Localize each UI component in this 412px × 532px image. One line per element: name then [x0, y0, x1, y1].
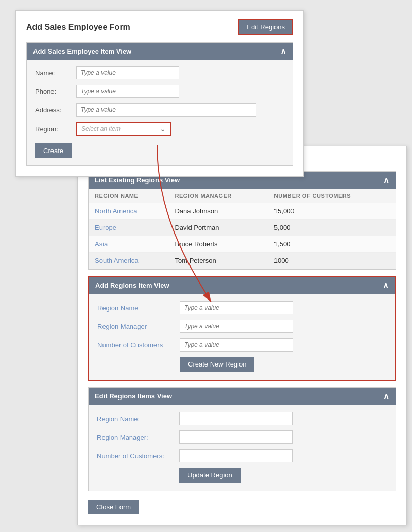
create-new-region-button[interactable]: Create New Region	[180, 357, 254, 372]
create-sales-employee-button[interactable]: Create	[35, 143, 72, 158]
col-num-customers: NUMBER OF CUSTOMERS	[268, 189, 396, 203]
close-form-button[interactable]: Close Form	[88, 500, 139, 514]
region-select-wrapper: Select an item North America Europe Asia…	[76, 122, 171, 136]
add-num-customers-input[interactable]	[180, 338, 293, 352]
edit-region-manager-label: Region Manager:	[97, 434, 179, 441]
region-manager-cell-2: David Portman	[168, 220, 267, 236]
edit-region-name-row: Region Name:	[97, 412, 387, 425]
edit-region-manager-row: Region Manager:	[97, 430, 387, 444]
add-region-name-label: Region Name	[97, 304, 180, 312]
address-row: Address:	[35, 103, 284, 117]
edit-region-form-body: Region Name: Region Manager: Number of C…	[89, 405, 396, 491]
phone-input[interactable]	[76, 85, 179, 98]
edit-regions-section-header: Edit Regions Items View ∧	[89, 388, 396, 405]
add-regions-section-header: Add Regions Item View ∧	[89, 277, 395, 294]
table-row: Europe David Portman 5,000	[89, 220, 396, 236]
edit-region-name-label: Region Name:	[97, 415, 179, 423]
sales-employee-form: Add Sales Employee Form Edit Regions Add…	[15, 10, 304, 177]
sales-form-title: Add Sales Employee Form	[26, 23, 130, 32]
edit-regions-header-label: Edit Regions Items View	[95, 392, 172, 400]
edit-num-customers-row: Number of Customers:	[97, 449, 387, 462]
col-region-name: REGION NAME	[89, 189, 168, 203]
edit-regions-button[interactable]: Edit Regions	[238, 19, 293, 35]
table-row: Asia Bruce Roberts 1,500	[89, 236, 396, 253]
regions-table: REGION NAME REGION MANAGER NUMBER OF CUS…	[89, 189, 396, 269]
address-label: Address:	[35, 106, 76, 114]
edit-region-manager-input[interactable]	[179, 430, 293, 444]
sales-form-body: Name: Phone: Address: Region:	[27, 60, 293, 165]
regions-table-header-row: REGION NAME REGION MANAGER NUMBER OF CUS…	[89, 189, 396, 203]
num-customers-cell-1: 15,000	[268, 203, 396, 220]
region-manager-cell-1: Dana Johnson	[168, 203, 267, 220]
add-region-manager-label: Region Manager	[97, 323, 180, 330]
name-label: Name:	[35, 69, 76, 77]
table-row: South America Tom Peterson 1000	[89, 253, 396, 269]
list-regions-header-label: List Existing Regions View	[95, 176, 180, 184]
update-region-button[interactable]: Update Region	[179, 468, 241, 483]
list-regions-chevron: ∧	[383, 175, 389, 185]
regions-table-head: REGION NAME REGION MANAGER NUMBER OF CUS…	[89, 189, 396, 203]
name-input[interactable]	[76, 66, 179, 79]
sales-section-chevron: ∧	[280, 46, 286, 56]
add-regions-section: Add Regions Item View ∧ Region Name Regi…	[88, 276, 396, 381]
address-input[interactable]	[76, 103, 256, 117]
region-name-cell-1: North America	[89, 203, 168, 220]
edit-region-name-input[interactable]	[179, 412, 293, 425]
sales-section-header: Add Sales Employee Item View ∧	[27, 43, 293, 60]
region-manager-cell-4: Tom Peterson	[168, 253, 267, 269]
region-row: Region: Select an item North America Eur…	[35, 122, 284, 136]
phone-row: Phone:	[35, 85, 284, 98]
sales-section-header-label: Add Sales Employee Item View	[33, 47, 131, 55]
regions-table-body: North America Dana Johnson 15,000 Europe…	[89, 203, 396, 269]
num-customers-cell-3: 1,500	[268, 236, 396, 253]
phone-label: Phone:	[35, 88, 76, 95]
add-region-name-row: Region Name	[97, 301, 387, 314]
num-customers-cell-4: 1000	[268, 253, 396, 269]
region-name-cell-2: Europe	[89, 220, 168, 236]
add-regions-header-label: Add Regions Item View	[95, 281, 169, 289]
region-select[interactable]: Select an item North America Europe Asia…	[77, 123, 170, 135]
num-customers-cell-2: 5,000	[268, 220, 396, 236]
add-regions-chevron: ∧	[383, 280, 389, 290]
edit-regions-chevron: ∧	[383, 391, 389, 401]
sales-form-header: Add Sales Employee Form Edit Regions	[26, 19, 293, 35]
col-region-manager: REGION MANAGER	[168, 189, 267, 203]
region-name-cell-4: South America	[89, 253, 168, 269]
add-num-customers-label: Number of Customers	[97, 341, 180, 349]
region-name-cell-3: Asia	[89, 236, 168, 253]
list-regions-section: List Existing Regions View ∧ REGION NAME…	[88, 171, 396, 270]
edit-num-customers-input[interactable]	[179, 449, 293, 462]
edit-num-customers-label: Number of Customers:	[97, 452, 179, 460]
add-region-form-body: Region Name Region Manager Number of Cus…	[89, 294, 395, 380]
region-manager-cell-3: Bruce Roberts	[168, 236, 267, 253]
edit-regions-section: Edit Regions Items View ∧ Region Name: R…	[88, 387, 396, 491]
add-num-customers-row: Number of Customers	[97, 338, 387, 352]
sales-employee-item-view: Add Sales Employee Item View ∧ Name: Pho…	[26, 42, 293, 166]
add-region-manager-row: Region Manager	[97, 320, 387, 333]
region-label: Region:	[35, 125, 76, 133]
name-row: Name:	[35, 66, 284, 79]
region-form-card: Add Region Form List Existing Regions Vi…	[77, 146, 407, 525]
table-row: North America Dana Johnson 15,000	[89, 203, 396, 220]
add-region-manager-input[interactable]	[180, 320, 293, 333]
add-region-name-input[interactable]	[180, 301, 293, 314]
